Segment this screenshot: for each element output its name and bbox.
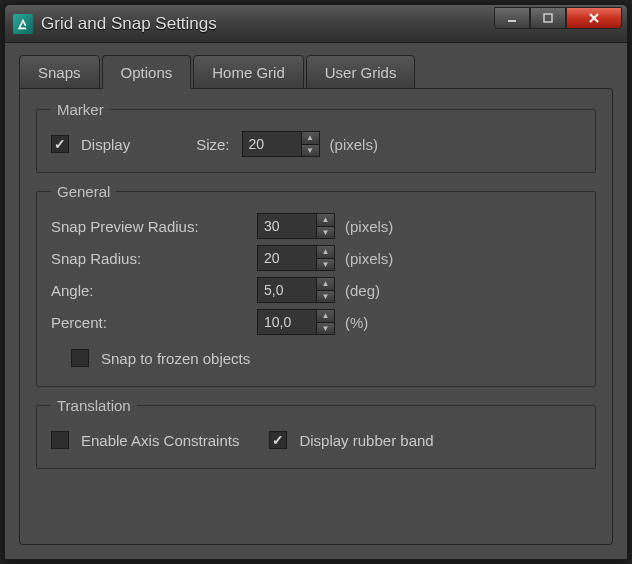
percent-spinner: ▲ ▼ (257, 309, 335, 335)
snap-radius-label: Snap Radius: (51, 250, 251, 267)
size-label: Size: (196, 136, 229, 153)
spinner-down-icon[interactable]: ▼ (317, 291, 334, 303)
spinner-down-icon[interactable]: ▼ (317, 323, 334, 335)
snap-preview-input[interactable] (258, 214, 316, 238)
tab-label: User Grids (325, 64, 397, 81)
tab-snaps[interactable]: Snaps (19, 55, 100, 89)
marker-group: Marker Display Size: ▲ ▼ (pixels) (36, 101, 596, 173)
tab-options[interactable]: Options (102, 55, 192, 89)
tab-label: Snaps (38, 64, 81, 81)
close-button[interactable] (566, 7, 622, 29)
size-unit: (pixels) (330, 136, 378, 153)
display-label: Display (81, 136, 130, 153)
general-group: General Snap Preview Radius: ▲ ▼ (pixels… (36, 183, 596, 387)
frozen-label: Snap to frozen objects (101, 350, 250, 367)
general-legend: General (51, 183, 116, 200)
svg-rect-1 (544, 14, 552, 22)
app-icon (13, 14, 33, 34)
translation-legend: Translation (51, 397, 137, 414)
spinner-up-icon[interactable]: ▲ (317, 246, 334, 259)
tab-label: Home Grid (212, 64, 285, 81)
angle-label: Angle: (51, 282, 251, 299)
size-input[interactable] (243, 132, 301, 156)
maximize-icon (542, 12, 554, 24)
snap-radius-spinner: ▲ ▼ (257, 245, 335, 271)
snap-preview-label: Snap Preview Radius: (51, 218, 251, 235)
marker-legend: Marker (51, 101, 110, 118)
window-title: Grid and Snap Settings (41, 14, 494, 34)
percent-input[interactable] (258, 310, 316, 334)
frozen-checkbox[interactable] (71, 349, 89, 367)
titlebar[interactable]: Grid and Snap Settings (5, 5, 627, 43)
snap-preview-unit: (pixels) (345, 218, 393, 235)
axis-checkbox[interactable] (51, 431, 69, 449)
spinner-down-icon[interactable]: ▼ (317, 259, 334, 271)
minimize-button[interactable] (494, 7, 530, 29)
spinner-up-icon[interactable]: ▲ (317, 278, 334, 291)
display-checkbox[interactable] (51, 135, 69, 153)
spinner-down-icon[interactable]: ▼ (317, 227, 334, 239)
tab-panel-options: Marker Display Size: ▲ ▼ (pixels) (19, 88, 613, 545)
tab-home-grid[interactable]: Home Grid (193, 55, 304, 89)
spinner-up-icon[interactable]: ▲ (317, 310, 334, 323)
snap-radius-input[interactable] (258, 246, 316, 270)
dialog-window: Grid and Snap Settings Snaps Options Hom… (4, 4, 628, 560)
angle-spinner: ▲ ▼ (257, 277, 335, 303)
spinner-down-icon[interactable]: ▼ (302, 145, 319, 157)
percent-label: Percent: (51, 314, 251, 331)
rubber-label: Display rubber band (299, 432, 433, 449)
spinner-up-icon[interactable]: ▲ (317, 214, 334, 227)
angle-input[interactable] (258, 278, 316, 302)
tab-label: Options (121, 64, 173, 81)
window-controls (494, 7, 622, 31)
close-icon (588, 12, 600, 24)
spinner-up-icon[interactable]: ▲ (302, 132, 319, 145)
svg-rect-0 (508, 20, 516, 22)
dialog-content: Snaps Options Home Grid User Grids Marke… (5, 43, 627, 559)
maximize-button[interactable] (530, 7, 566, 29)
snap-radius-unit: (pixels) (345, 250, 393, 267)
snap-preview-spinner: ▲ ▼ (257, 213, 335, 239)
angle-unit: (deg) (345, 282, 380, 299)
minimize-icon (506, 12, 518, 24)
axis-label: Enable Axis Constraints (81, 432, 239, 449)
rubber-checkbox[interactable] (269, 431, 287, 449)
size-spinner: ▲ ▼ (242, 131, 320, 157)
tab-row: Snaps Options Home Grid User Grids (19, 55, 613, 89)
percent-unit: (%) (345, 314, 368, 331)
tab-user-grids[interactable]: User Grids (306, 55, 416, 89)
translation-group: Translation Enable Axis Constraints Disp… (36, 397, 596, 469)
